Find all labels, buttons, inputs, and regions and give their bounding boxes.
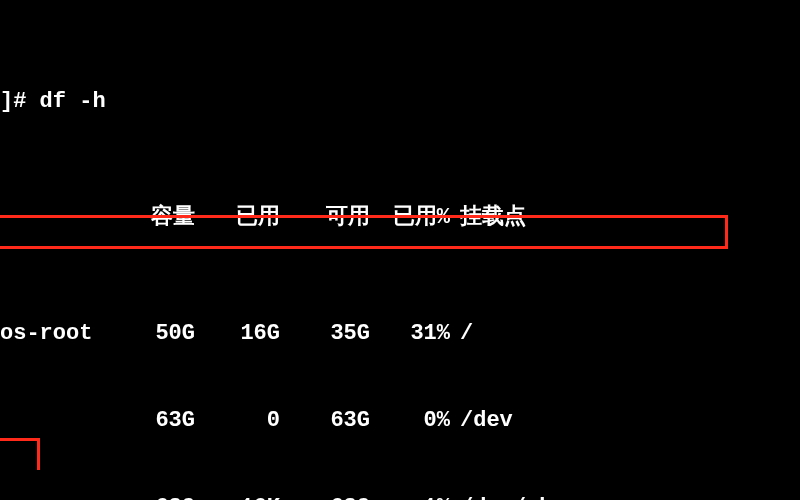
command-line-df: ]# df -h xyxy=(0,87,800,116)
shell-prompt: ]# xyxy=(0,89,26,114)
df-header-usepct: 已用% xyxy=(370,203,450,232)
df-header-size: 容量 xyxy=(0,203,195,232)
df-mount: /dev/shm xyxy=(450,493,566,500)
df-used: 16K xyxy=(195,493,280,500)
df-avail: 63G xyxy=(280,493,370,500)
df-header-row: 容量已用可用已用%挂载点 xyxy=(0,203,800,232)
df-header-used: 已用 xyxy=(195,203,280,232)
df-row: os-root50G16G35G31%/ xyxy=(0,319,800,348)
df-header-avail: 可用 xyxy=(280,203,370,232)
df-used: 0 xyxy=(195,406,280,435)
df-size: 63G xyxy=(105,493,195,500)
df-pct: 31% xyxy=(370,319,450,348)
df-pct: 1% xyxy=(370,493,450,500)
df-avail: 35G xyxy=(280,319,370,348)
df-header-mount: 挂载点 xyxy=(450,203,526,232)
df-fs: os-root xyxy=(0,319,105,348)
command-text: df -h xyxy=(40,89,106,114)
df-row: 63G063G0%/dev xyxy=(0,406,800,435)
df-avail: 63G xyxy=(280,406,370,435)
df-size: 50G xyxy=(105,319,195,348)
df-pct: 0% xyxy=(370,406,450,435)
df-size: 63G xyxy=(105,406,195,435)
df-used: 16G xyxy=(195,319,280,348)
annotation-box-prompt xyxy=(0,438,40,470)
terminal-output: ]# df -h 容量已用可用已用%挂载点 os-root50G16G35G31… xyxy=(0,0,800,500)
df-row: 63G16K63G1%/dev/shm xyxy=(0,493,800,500)
df-mount: / xyxy=(450,319,473,348)
df-mount: /dev xyxy=(450,406,513,435)
